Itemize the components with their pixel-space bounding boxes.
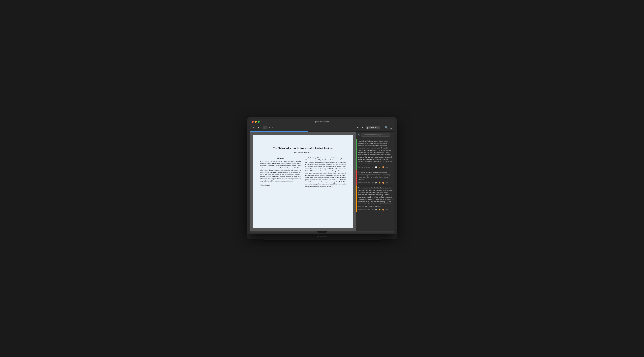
annotation-tag-btn-2[interactable]: 🏷: [386, 208, 388, 211]
main-layout: The Chubby lock service for loosely-coup…: [250, 132, 394, 231]
annotation-more-btn-0[interactable]: ⋮: [389, 166, 391, 169]
next-page-button[interactable]: ▼: [257, 126, 261, 130]
pdf-right-col: example, the Google File System [7] uses…: [304, 157, 346, 187]
page-width-arrow-icon: ▾: [378, 126, 378, 129]
abstract-text: We describe our experiences with the Chu…: [260, 160, 301, 182]
search-toolbar-icon: 🔍: [385, 126, 388, 129]
macbook-screen: polar-bookshelf ▲ ▼ of 16 − + page width: [250, 119, 394, 231]
search-icon: 🔍: [358, 134, 360, 136]
traffic-lights: [252, 121, 260, 123]
macbook-container: polar-bookshelf ▲ ▼ of 16 − + page width: [248, 117, 396, 240]
annotation-color-btn-0[interactable]: 🎨: [382, 166, 385, 169]
traffic-light-red[interactable]: [252, 121, 254, 123]
annotation-tag-btn-0[interactable]: 🏷: [386, 166, 388, 168]
annotation-comment-btn-1[interactable]: 💬: [374, 181, 378, 184]
macbook-bottom: MacBook: [248, 234, 396, 239]
nav-buttons: ▲ ▼: [252, 126, 261, 130]
annotation-flash-btn-2[interactable]: ⚡: [378, 208, 381, 211]
pdf-columns: Abstract We describe our experiences wit…: [260, 157, 346, 187]
annotations-search-bar: 🔍 ⬇: [356, 132, 394, 138]
traffic-light-yellow[interactable]: [255, 121, 257, 123]
toolbar-right: 🔍 ⛶: [385, 126, 392, 129]
annotation-time-2: a few seconds ago: [358, 209, 370, 210]
annotation-flash-btn-1[interactable]: ⚡: [378, 181, 381, 184]
traffic-light-green[interactable]: [258, 121, 260, 123]
annotations-search-input[interactable]: [361, 133, 390, 137]
annotation-more-btn-1[interactable]: ⋮: [389, 181, 391, 184]
annotations-list: Although we find sequencers simple to us…: [356, 138, 394, 231]
annotation-flash-btn-0[interactable]: ⚡: [378, 166, 381, 169]
author-org: Google Inc.: [304, 151, 312, 153]
page-input-group: of 16: [263, 126, 273, 129]
annotation-footer-0: a few seconds ago ✏ 💬 ⚡ 🎨 🏷 ⋮: [358, 166, 393, 169]
abstract-heading: Abstract: [260, 157, 301, 159]
right-col-text: example, the Google File System [7] uses…: [304, 157, 346, 187]
page-number-input[interactable]: [263, 126, 267, 129]
annotation-time-0: a few seconds ago: [358, 166, 370, 168]
annotation-color-btn-1[interactable]: 🎨: [382, 181, 385, 184]
macbook-label: MacBook: [317, 235, 327, 238]
search-toolbar-button[interactable]: 🔍: [385, 126, 388, 129]
annotation-comment-btn-0[interactable]: 💬: [374, 166, 378, 169]
annotations-panel: 🔍 ⬇ Although we find sequencers simple t…: [356, 132, 394, 231]
author-name: Mike Burrows,: [294, 151, 304, 153]
intro-heading: 1 Introduction: [260, 184, 301, 186]
annotation-text-1: In Chubby, acquiring a lock in either mo…: [358, 171, 393, 180]
annotation-tag-btn-1[interactable]: 🏷: [386, 181, 388, 184]
zoom-controls: − + page width ▾: [356, 126, 380, 129]
pdf-page: The Chubby lock service for loosely-coup…: [253, 135, 353, 228]
macbook-notch: [317, 231, 327, 233]
fullscreen-button[interactable]: ⛶: [390, 126, 392, 129]
pdf-title: The Chubby lock service for loosely-coup…: [260, 147, 346, 150]
pdf-left-col: Abstract We describe our experiences wit…: [260, 157, 301, 187]
window-title: polar-bookshelf: [315, 121, 329, 123]
annotation-footer-1: a few seconds ago ✏ 💬 ⚡ 🎨 🏷 ⋮: [358, 181, 393, 184]
prev-page-button[interactable]: ▲: [252, 126, 256, 130]
annotation-more-btn-2[interactable]: ⋮: [389, 208, 391, 211]
annotation-text-0: Although we find sequencers simple to us…: [358, 140, 393, 165]
annotation-time-1: a few seconds ago: [358, 182, 370, 183]
toolbar: ▲ ▼ of 16 − + page width ▾: [250, 124, 394, 131]
annotation-item-1: In Chubby, acquiring a lock in either mo…: [356, 170, 394, 185]
page-width-label: page width: [367, 126, 377, 129]
annotation-edit-btn-0[interactable]: ✏: [372, 166, 374, 169]
macbook-outer: polar-bookshelf ▲ ▼ of 16 − + page width: [248, 117, 396, 234]
annotation-item-2: To reduce read traffic, Chubby clients c…: [356, 185, 394, 212]
page-total: of 16: [268, 126, 273, 129]
annotation-comment-btn-2[interactable]: 💬: [374, 208, 378, 211]
annotation-item-0: Although we find sequencers simple to us…: [356, 139, 394, 170]
macbook-stand: [264, 239, 380, 240]
zoom-in-button[interactable]: +: [361, 126, 364, 129]
annotation-text-2: To reduce read traffic, Chubby clients c…: [358, 187, 393, 207]
pdf-viewer[interactable]: The Chubby lock service for loosely-coup…: [250, 132, 356, 231]
macbook-base: [250, 231, 394, 234]
annotation-edit-btn-1[interactable]: ✏: [372, 181, 374, 184]
annotation-color-btn-2[interactable]: 🎨: [382, 208, 385, 211]
annotation-footer-2: a few seconds ago ✏ 💬 ⚡ 🎨 🏷 ⋮: [358, 208, 393, 211]
title-bar: polar-bookshelf: [250, 119, 394, 124]
download-annotations-button[interactable]: ⬇: [391, 133, 393, 136]
page-width-dropdown[interactable]: page width ▾: [366, 126, 380, 129]
zoom-out-button[interactable]: −: [356, 126, 360, 129]
annotation-edit-btn-2[interactable]: ✏: [372, 208, 374, 211]
pdf-author: Mike Burrows, Google Inc.: [260, 151, 346, 153]
fullscreen-icon: ⛶: [390, 126, 392, 129]
